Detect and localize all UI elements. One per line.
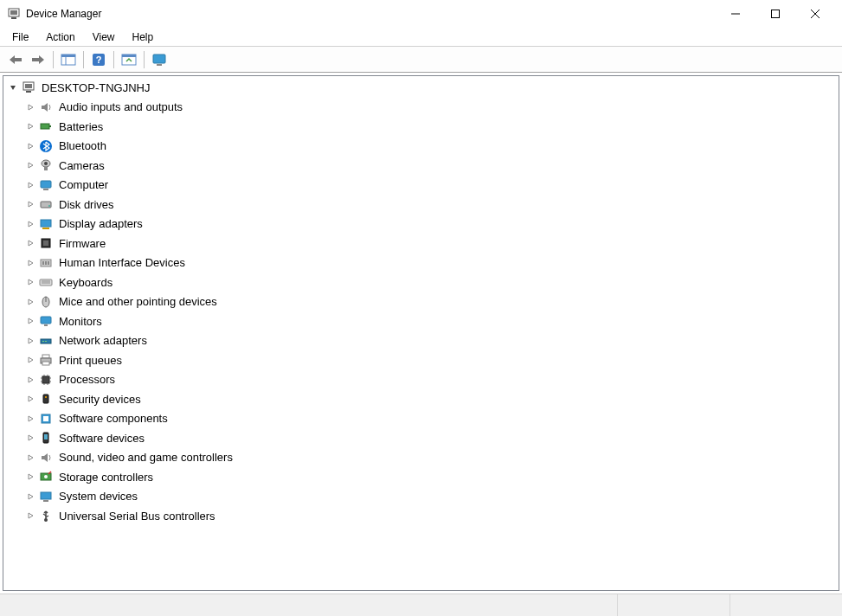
app-icon xyxy=(7,7,21,21)
close-button[interactable] xyxy=(795,0,835,28)
expand-toggle[interactable] xyxy=(24,452,36,464)
tree-root[interactable]: DESKTOP-TNGJNHJ xyxy=(3,78,839,98)
tree-category[interactable]: Monitors xyxy=(3,311,839,331)
tree-category[interactable]: Human Interface Devices xyxy=(3,253,839,273)
category-label: Processors xyxy=(59,373,115,386)
expand-toggle[interactable] xyxy=(24,315,36,327)
tree-category[interactable]: System devices xyxy=(3,487,839,507)
svg-rect-45 xyxy=(44,324,48,326)
svg-rect-2 xyxy=(11,17,16,19)
bluetooth-icon xyxy=(38,138,54,154)
menu-action[interactable]: Action xyxy=(37,29,83,45)
tree-category[interactable]: Network adapters xyxy=(3,331,839,351)
display-adapter-icon xyxy=(38,216,54,232)
monitor-button[interactable] xyxy=(149,49,170,70)
tree-category[interactable]: Cameras xyxy=(3,156,839,176)
toolbar-separator xyxy=(53,51,54,68)
menu-view[interactable]: View xyxy=(84,29,124,45)
expand-toggle[interactable] xyxy=(24,179,36,191)
forward-button[interactable] xyxy=(28,49,48,70)
camera-icon xyxy=(38,157,54,173)
tree-category[interactable]: Batteries xyxy=(3,117,839,137)
svg-rect-26 xyxy=(44,167,48,170)
tree-category[interactable]: Processors xyxy=(3,370,839,390)
expand-toggle[interactable] xyxy=(24,257,36,269)
svg-rect-4 xyxy=(772,10,780,18)
menu-file[interactable]: File xyxy=(3,29,37,45)
tree-category[interactable]: Software components xyxy=(3,409,839,429)
tree-category[interactable]: Firmware xyxy=(3,234,839,253)
category-label: Software devices xyxy=(59,432,145,445)
tree-category[interactable]: Display adapters xyxy=(3,215,839,234)
expand-toggle[interactable] xyxy=(24,335,36,347)
back-button[interactable] xyxy=(5,49,26,70)
root-label: DESKTOP-TNGJNHJ xyxy=(42,81,150,94)
expand-toggle[interactable] xyxy=(24,510,36,522)
category-label: Software components xyxy=(59,412,168,425)
tree-category[interactable]: Disk drives xyxy=(3,195,839,215)
toolbar-separator xyxy=(144,51,145,68)
show-hide-console-button[interactable] xyxy=(58,49,79,70)
sound-icon xyxy=(38,450,54,465)
battery-icon xyxy=(38,119,54,134)
expand-toggle[interactable] xyxy=(24,471,36,483)
tree-category[interactable]: Security devices xyxy=(3,389,839,409)
expand-toggle[interactable] xyxy=(24,237,36,249)
expand-toggle[interactable] xyxy=(24,296,36,308)
svg-rect-69 xyxy=(41,492,51,499)
svg-text:?: ? xyxy=(96,55,102,65)
expand-toggle[interactable] xyxy=(24,491,36,503)
tree-category[interactable]: Audio inputs and outputs xyxy=(3,98,839,118)
tree-category[interactable]: Mice and other pointing devices xyxy=(3,292,839,312)
tree-category[interactable]: Universal Serial Bus controllers xyxy=(3,506,839,526)
speaker-icon xyxy=(38,99,54,115)
expand-toggle[interactable] xyxy=(24,413,36,425)
expand-toggle[interactable] xyxy=(24,198,36,210)
expand-toggle[interactable] xyxy=(24,120,36,132)
tree-category[interactable]: Software devices xyxy=(3,428,839,448)
svg-rect-34 xyxy=(43,241,48,246)
expand-toggle[interactable] xyxy=(24,159,36,171)
expand-toggle[interactable] xyxy=(24,393,36,405)
category-label: Firmware xyxy=(59,237,106,250)
category-label: Cameras xyxy=(59,159,105,172)
category-label: Human Interface Devices xyxy=(59,256,185,269)
help-button[interactable]: ? xyxy=(88,49,109,70)
expand-toggle[interactable] xyxy=(7,81,19,93)
tree-category[interactable]: Print queues xyxy=(3,350,839,370)
window-title: Device Manager xyxy=(26,8,716,20)
expand-toggle[interactable] xyxy=(24,218,36,230)
content-area: DESKTOP-TNGJNHJ Audio inputs and outputs… xyxy=(0,73,842,594)
svg-rect-52 xyxy=(42,376,49,383)
expand-toggle[interactable] xyxy=(24,354,36,366)
expand-toggle[interactable] xyxy=(24,276,36,288)
tree-category[interactable]: Computer xyxy=(3,176,839,196)
expand-toggle[interactable] xyxy=(24,140,36,152)
svg-point-68 xyxy=(44,475,48,478)
category-label: Monitors xyxy=(59,315,102,328)
tree-category[interactable]: Sound, video and game controllers xyxy=(3,448,839,468)
tree-category[interactable]: Bluetooth xyxy=(3,137,839,157)
svg-rect-15 xyxy=(122,55,136,57)
tree-category[interactable]: Storage controllers xyxy=(3,467,839,487)
category-label: Security devices xyxy=(59,393,141,406)
maximize-button[interactable] xyxy=(755,0,795,28)
security-icon xyxy=(38,391,54,407)
scan-hardware-button[interactable] xyxy=(119,49,139,70)
device-tree[interactable]: DESKTOP-TNGJNHJ Audio inputs and outputs… xyxy=(3,75,839,591)
tree-category[interactable]: Keyboards xyxy=(3,273,839,292)
svg-rect-38 xyxy=(48,261,49,265)
processor-icon xyxy=(38,372,54,388)
minimize-button[interactable] xyxy=(716,0,755,28)
expand-toggle[interactable] xyxy=(24,432,36,444)
svg-rect-44 xyxy=(41,317,51,324)
svg-rect-51 xyxy=(42,362,49,365)
expand-toggle[interactable] xyxy=(24,101,36,113)
hid-icon xyxy=(38,255,54,271)
storage-icon xyxy=(38,469,54,484)
svg-point-30 xyxy=(48,205,50,207)
expand-toggle[interactable] xyxy=(24,374,36,386)
menu-help[interactable]: Help xyxy=(124,29,163,45)
software-component-icon xyxy=(38,411,54,427)
svg-rect-70 xyxy=(43,500,48,502)
